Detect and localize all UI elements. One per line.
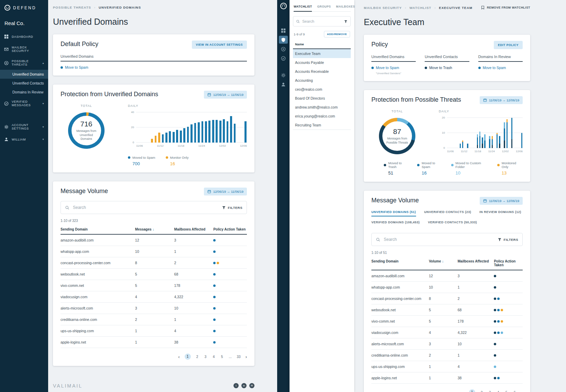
linkedin-icon[interactable]: in <box>241 383 247 388</box>
page-button-4[interactable]: 4 <box>212 355 216 359</box>
table-row[interactable]: concast-processing-center.com82 <box>61 257 247 269</box>
table-row[interactable]: weboutlook.net568 <box>61 269 247 280</box>
tab-verified-contacts-50-333[interactable]: VERIFIED CONTACTS (50,333) <box>428 221 477 227</box>
sidebar-item-account-settings[interactable]: ACCOUNT SETTINGS▾ <box>0 120 48 134</box>
column-header-mailboxes-affected[interactable]: Mailboxes Affected <box>458 259 494 267</box>
page-button-5[interactable]: 5 <box>505 391 508 392</box>
sort-desc-icon[interactable]: ↓ <box>152 227 154 231</box>
table-row[interactable]: ups-us-shipping.com14 <box>371 361 523 372</box>
grid-icon[interactable] <box>279 26 288 34</box>
tab-watchlist[interactable]: WATCHLIST <box>294 5 312 8</box>
table-row[interactable]: ups-us-shipping.com14 <box>61 325 247 337</box>
filters-button[interactable]: FILTERS <box>217 205 242 210</box>
sidebar-item-unverified-contacts[interactable]: Unverified Contacts <box>0 79 48 88</box>
table-row[interactable]: amazon-audibill.com123 <box>371 270 523 282</box>
breadcrumb-item-executive-team[interactable]: EXECUTIVE TEAM <box>439 6 472 10</box>
column-header-policy-action-taken[interactable]: Policy Action Taken <box>494 259 523 267</box>
watchlist-search-input[interactable] <box>302 19 344 23</box>
page-button-6[interactable]: 6 <box>513 391 516 392</box>
sort-desc-icon[interactable]: ↓ <box>442 259 444 263</box>
page-button-2[interactable]: 2 <box>480 391 483 392</box>
column-header-volume[interactable]: Volume ↓ <box>429 259 458 267</box>
filter-icon[interactable] <box>344 20 348 23</box>
column-header-sending-domain[interactable]: Sending Domain <box>61 227 135 231</box>
table-row[interactable]: viadocusign.com44,322 <box>371 327 523 338</box>
table-row[interactable]: creditkarna-online.com21 <box>371 350 523 361</box>
date-range-picker[interactable]: 11/06/19 → 12/06/19 <box>480 96 523 104</box>
watchlist-item-accounting[interactable]: Accounting <box>293 76 351 85</box>
x-circle-icon[interactable] <box>279 45 288 53</box>
breadcrumb-item-unverified-domains[interactable]: UNVERIFIED DOMAINS <box>99 5 141 9</box>
watchlist-item-recruiting-team[interactable]: Recruiting Team <box>293 121 351 130</box>
breadcrumb-item-mailbox-security[interactable]: MAILBOX SECURITY <box>364 6 402 10</box>
column-header-sending-domain[interactable]: Sending Domain <box>371 259 429 267</box>
date-range-picker[interactable]: 12/06/19 → 11/06/19 <box>204 188 247 195</box>
date-range-picker[interactable]: 11/06/19 → 12/06/19 <box>480 197 523 205</box>
page-button-1[interactable]: 1 <box>469 389 475 392</box>
table-row[interactable]: viadocusign.com44,322 <box>61 291 247 303</box>
next-page-button[interactable]: › <box>521 390 523 392</box>
tab-unverified-contacts-23[interactable]: UNVERIFIED CONTACTS (23) <box>424 210 471 216</box>
sidebar-item-dashboard[interactable]: DASHBOARD <box>0 31 48 42</box>
watchlist-item-accounts-payable[interactable]: Accounts Payable <box>293 58 351 67</box>
watchlist-item-accounts-receivable[interactable]: Accounts Receivable <box>293 67 351 76</box>
tab-unverified-domains-51[interactable]: UNVERIFIED DOMAINS (51) <box>371 210 416 216</box>
tab-verified-domains-108-453[interactable]: VERIFIED DOMAINS (108,453) <box>371 221 420 227</box>
sidebar-item-domains-in-review[interactable]: Domains In Review <box>0 88 48 97</box>
tab-mailboxes[interactable]: MAILBOXES <box>336 5 355 8</box>
watchlist-item-andrew-smith-realco-com[interactable]: andrew.smith@realco.com <box>293 103 351 112</box>
table-row[interactable]: apple-logins.net138 <box>61 337 247 348</box>
sidebar-item-unverified-domains[interactable]: Unverified Domains <box>0 70 48 79</box>
watchlist-item-erica-young-realco-com[interactable]: erica.young@realco.com <box>293 112 351 121</box>
table-row[interactable]: vivo-comm.net5178 <box>371 316 523 327</box>
sidebar-item-verified-messages[interactable]: VERIFIED MESSAGES▾ <box>0 97 48 110</box>
edit-policy-button[interactable]: EDIT POLICY <box>494 41 523 49</box>
prev-page-button[interactable]: ‹ <box>462 390 464 392</box>
table-row[interactable]: apple-logins.net138 <box>371 372 523 384</box>
table-row[interactable]: amazon-audibill.com123 <box>61 235 247 246</box>
person-icon[interactable] <box>279 80 288 88</box>
table-row[interactable]: whatspp-app.com101 <box>371 282 523 293</box>
view-in-account-settings-button[interactable]: VIEW IN ACCOUNT SETTINGS <box>192 41 247 49</box>
email-icon[interactable]: ✉ <box>249 383 254 388</box>
next-page-button[interactable]: › <box>246 354 247 359</box>
check-circle-icon[interactable] <box>279 54 288 62</box>
page-button-3[interactable]: 3 <box>488 391 492 392</box>
valimail-logo-icon[interactable] <box>280 3 287 9</box>
page-button-5[interactable]: 5 <box>220 355 224 359</box>
column-header-policy-action-taken[interactable]: Policy Action Taken <box>213 227 247 231</box>
add-remove-button[interactable]: ADD/REMOVE <box>324 31 350 37</box>
watchlist-item-board-of-directors[interactable]: Board Of Directors <box>293 94 351 103</box>
prev-page-button[interactable]: ‹ <box>178 354 179 359</box>
shield-icon[interactable] <box>279 36 288 44</box>
sidebar-item-mailbox-security[interactable]: MAILBOX SECURITY <box>0 42 48 56</box>
page-button-33[interactable]: 33 <box>237 355 241 359</box>
watchlist-item-ceo-realco-com[interactable]: ceo@realco.com <box>293 85 351 94</box>
tab-groups[interactable]: GROUPS <box>317 5 331 8</box>
table-row[interactable]: whatspp-app.com101 <box>61 246 247 257</box>
table-row[interactable]: alerts-microsoft.com310 <box>61 303 247 314</box>
twitter-icon[interactable]: t <box>233 383 239 388</box>
table-row[interactable]: vivo-comm.net5178 <box>61 280 247 291</box>
breadcrumb-item-possible-threats[interactable]: POSSIBLE THREATS <box>53 5 91 9</box>
watchlist-item-executive-team[interactable]: Executive Team <box>293 49 351 58</box>
column-header-messages[interactable]: Messages ↓ <box>135 227 174 231</box>
sidebar-item-william[interactable]: WILLIAM▾ <box>0 134 48 145</box>
sidebar-item-possible-threats[interactable]: POSSIBLE THREATS▴ <box>0 56 48 70</box>
remove-from-watchlist-button[interactable]: REMOVE FROM WATCHLIST <box>481 5 530 10</box>
table-row[interactable]: weboutlook.net568 <box>371 304 523 316</box>
filters-button[interactable]: FILTERS <box>493 237 518 242</box>
page-button-4[interactable]: 4 <box>497 391 500 392</box>
gear-icon[interactable] <box>279 71 288 79</box>
tab-in-review-domains-12[interactable]: IN REVIEW DOMAINS (12) <box>479 210 521 216</box>
page-button-2[interactable]: 2 <box>196 355 199 359</box>
search-input[interactable] <box>384 237 493 242</box>
breadcrumb-item-watchlist[interactable]: WATCHLIST <box>410 6 432 10</box>
date-range-picker[interactable]: 12/06/19 → 11/06/19 <box>204 91 247 99</box>
page-button-1[interactable]: 1 <box>185 354 191 360</box>
table-row[interactable]: concast-processing-center.com82 <box>371 293 523 304</box>
table-row[interactable]: alerts-microsoft.com310 <box>371 338 523 350</box>
defend-logo[interactable]: DEFEND <box>0 0 48 14</box>
column-header-mailboxes-affected[interactable]: Mailboxes Affected <box>174 227 214 231</box>
page-button-3[interactable]: 3 <box>204 355 207 359</box>
